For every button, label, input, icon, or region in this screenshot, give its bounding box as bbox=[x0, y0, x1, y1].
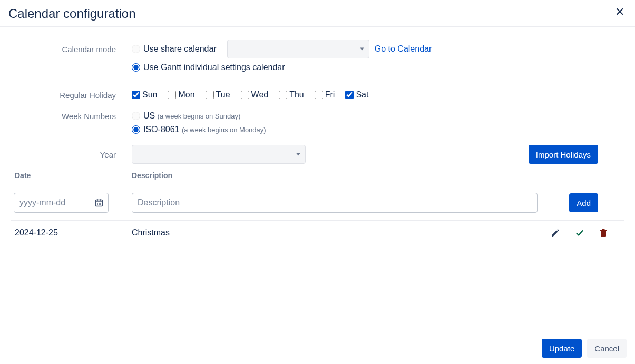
check-icon[interactable] bbox=[575, 228, 584, 238]
use-individual-calendar-label: Use Gantt individual settings calendar bbox=[143, 63, 285, 72]
day-wed-checkbox[interactable]: Wed bbox=[241, 90, 269, 100]
year-label: Year bbox=[11, 150, 132, 159]
use-individual-calendar-radio[interactable]: Use Gantt individual settings calendar bbox=[132, 63, 285, 72]
week-us-label: US bbox=[143, 111, 155, 121]
calendar-mode-label: Calendar mode bbox=[11, 45, 132, 54]
week-iso-radio[interactable]: ISO-8061 (a week begins on Monday) bbox=[132, 125, 266, 134]
edit-icon[interactable] bbox=[551, 228, 560, 238]
description-input[interactable] bbox=[132, 193, 538, 213]
holiday-description: Christmas bbox=[132, 228, 535, 238]
week-us-radio[interactable]: US (a week begins on Sunday) bbox=[132, 111, 240, 121]
year-select[interactable] bbox=[132, 145, 306, 164]
svg-rect-11 bbox=[600, 230, 607, 231]
use-share-calendar-label: Use share calendar bbox=[143, 44, 217, 54]
svg-rect-12 bbox=[602, 229, 605, 230]
close-icon[interactable]: ✕ bbox=[613, 6, 627, 18]
holiday-date: 2024-12-25 bbox=[11, 228, 132, 238]
trash-icon[interactable] bbox=[599, 228, 608, 238]
svg-rect-10 bbox=[601, 231, 606, 237]
week-us-hint: (a week begins on Sunday) bbox=[158, 112, 241, 120]
table-row: 2024-12-25 Christmas bbox=[11, 223, 624, 243]
day-sun-checkbox[interactable]: Sun bbox=[132, 90, 157, 100]
day-thu-checkbox[interactable]: Thu bbox=[279, 90, 304, 100]
column-description-header: Description bbox=[132, 171, 545, 180]
update-button[interactable]: Update bbox=[542, 339, 582, 358]
share-calendar-select[interactable] bbox=[227, 40, 369, 58]
week-iso-label: ISO-8061 bbox=[143, 125, 179, 134]
go-to-calendar-link[interactable]: Go to Calendar bbox=[375, 44, 432, 54]
date-input[interactable] bbox=[14, 193, 109, 213]
week-numbers-label: Week Numbers bbox=[11, 112, 132, 121]
import-holidays-button[interactable]: Import Holidays bbox=[529, 145, 598, 164]
day-mon-checkbox[interactable]: Mon bbox=[168, 90, 194, 100]
week-iso-hint: (a week begins on Monday) bbox=[182, 126, 266, 134]
dialog-title: Calendar configuration bbox=[8, 6, 136, 21]
use-share-calendar-radio[interactable]: Use share calendar bbox=[132, 44, 217, 54]
cancel-button[interactable]: Cancel bbox=[587, 339, 627, 358]
add-button[interactable]: Add bbox=[569, 193, 598, 212]
column-date-header: Date bbox=[11, 171, 132, 180]
day-fri-checkbox[interactable]: Fri bbox=[315, 90, 335, 100]
regular-holiday-label: Regular Holiday bbox=[11, 91, 132, 100]
day-sat-checkbox[interactable]: Sat bbox=[345, 90, 368, 100]
day-tue-checkbox[interactable]: Tue bbox=[206, 90, 230, 100]
